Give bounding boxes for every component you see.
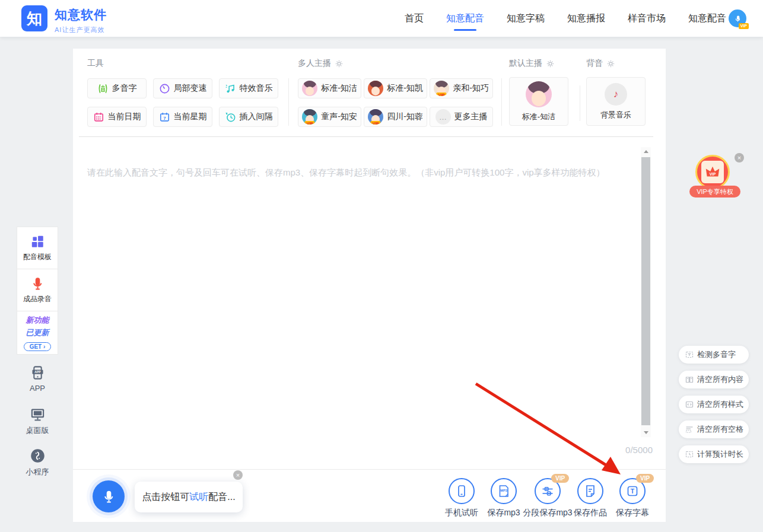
phone-icon [454, 484, 469, 498]
save-subtitle-button[interactable]: VIP T 保存字幕 [603, 478, 662, 518]
dubbing-template-button[interactable]: 配音模板 [17, 227, 58, 269]
new-feature-card[interactable]: 新功能 已更新 GET › [17, 311, 58, 354]
script-input[interactable]: 请在此输入配音文字，句号及回车可在试听、保存mp3、保存字幕时起到断句效果。（非… [87, 157, 630, 188]
tool-current-date-button[interactable]: 当前日期 [87, 107, 147, 127]
nav-voice-market[interactable]: 样音市场 [628, 12, 666, 25]
svg-text:T: T [631, 488, 635, 495]
recording-mic-icon [30, 276, 45, 291]
calendar-date-icon [93, 112, 104, 123]
triangle-down-icon [644, 431, 648, 434]
default-anchor-settings-gear-icon[interactable] [546, 60, 554, 68]
default-anchor-card[interactable]: 标准-知洁 [509, 77, 568, 126]
anchor-avatar: VIP [302, 109, 317, 125]
get-button[interactable]: GET › [24, 342, 52, 351]
nav-home[interactable]: 首页 [405, 12, 424, 25]
app-download-link[interactable]: APP APP [17, 365, 58, 393]
listen-tooltip: 点击按钮可试听配音... [135, 482, 243, 512]
crown-icon: VIP [704, 163, 721, 181]
svg-text:7: 7 [163, 115, 166, 120]
bg-music-section-title: 背音 [586, 58, 615, 69]
divider [79, 136, 653, 137]
calc-duration-icon [685, 450, 694, 458]
anchor-avatar [368, 81, 383, 96]
nav-broadcast[interactable]: 知意播报 [567, 12, 605, 25]
triangle-up-icon [644, 150, 648, 153]
default-anchor-avatar [526, 81, 552, 107]
anchor-avatar [302, 81, 317, 96]
new-feature-line2: 已更新 [26, 327, 49, 338]
app-title: 知意软件 [55, 7, 107, 23]
main-nav: 首页 知意配音 知意字稿 知意播报 样音市场 知意配音 VIP [405, 0, 746, 37]
vip-promo[interactable]: × VIP VIP专享特权 [688, 153, 742, 200]
divider [73, 469, 666, 470]
desktop-version-link[interactable]: 桌面版 [17, 406, 58, 436]
default-anchor-section-title: 默认主播 [509, 58, 554, 69]
nav-dubbing-vip-label: 知意配音 [688, 12, 726, 25]
clear-all-content-button[interactable]: 清空所有内容 [679, 371, 749, 388]
editor-scrollbar[interactable] [641, 147, 651, 437]
svg-text:VIP: VIP [710, 172, 716, 176]
listen-mic-button[interactable] [93, 480, 125, 512]
document-icon [583, 484, 597, 498]
clear-all-styles-button[interactable]: 清空所有样式 [679, 396, 749, 413]
vip-badge: VIP [739, 23, 749, 29]
mini-program-icon [30, 448, 46, 464]
app-logo[interactable]: 知 [21, 5, 47, 31]
template-grid-icon [30, 234, 45, 249]
char-counter: 0/5000 [625, 445, 653, 455]
app-subtitle: AI让生产更高效 [55, 26, 107, 34]
subtitle-t-icon: T [625, 484, 640, 498]
vip-badge: VIP [371, 121, 381, 125]
detect-polyphone-button[interactable]: 检测多音字 [679, 346, 749, 364]
listen-link[interactable]: 试听 [189, 491, 208, 504]
clear-content-icon [685, 375, 694, 384]
clear-all-spaces-button[interactable]: 清空所有空格 [679, 420, 749, 438]
anchor-zhijie-button[interactable]: 标准-知洁 [298, 78, 361, 98]
finished-recording-button[interactable]: 成品录音 [17, 269, 58, 311]
tooltip-close-icon[interactable]: × [233, 470, 243, 480]
segments-icon [541, 484, 555, 498]
vip-badge: VIP [636, 474, 654, 483]
app-phone-icon: APP [30, 365, 46, 381]
promo-close-icon[interactable]: × [735, 153, 744, 163]
anchor-zhian-button[interactable]: VIP 童声-知安 [298, 107, 361, 127]
mp3-file-icon: MP3 [497, 484, 511, 498]
anchor-avatar: VIP [434, 81, 449, 96]
scroll-up-button[interactable] [641, 147, 651, 156]
logo-glyph: 知 [27, 8, 42, 29]
anchor-avatar: VIP [368, 109, 383, 125]
nav-script[interactable]: 知意字稿 [507, 12, 545, 25]
tool-effect-music-button[interactable]: 特效音乐 [219, 78, 278, 98]
vip-badge: VIP [305, 121, 315, 125]
nav-dubbing[interactable]: 知意配音 [446, 12, 484, 25]
effect-music-icon [225, 83, 236, 94]
scrollbar-thumb[interactable] [641, 157, 650, 425]
tool-speed-button[interactable]: 局部变速 [153, 78, 212, 98]
vip-mic-icon: VIP [729, 9, 746, 27]
divider [288, 78, 289, 126]
scroll-down-button[interactable] [641, 428, 651, 437]
nav-dubbing-vip[interactable]: 知意配音 VIP [688, 9, 746, 27]
clear-style-icon [685, 400, 694, 409]
calc-duration-button[interactable]: 计算预计时长 [679, 445, 749, 463]
anchors-settings-gear-icon[interactable] [335, 60, 343, 68]
clear-space-icon [685, 425, 694, 434]
calendar-week-icon: 7 [159, 112, 170, 123]
anchor-zhikai-button[interactable]: 标准-知凯 [364, 78, 427, 98]
vip-crown-medal: VIP [695, 155, 730, 189]
anchor-zhiqiao-button[interactable]: VIP 亲和-知巧 [430, 78, 493, 98]
new-feature-line1: 新功能 [26, 315, 49, 326]
bg-music-settings-gear-icon[interactable] [607, 60, 615, 68]
more-anchors-button[interactable]: … 更多主播 [430, 107, 493, 127]
tool-insert-interval-button[interactable]: 插入间隔 [219, 107, 278, 127]
mini-program-link[interactable]: 小程序 [17, 448, 58, 477]
divider [580, 85, 580, 121]
tool-current-week-button[interactable]: 7 当前星期 [153, 107, 212, 127]
brand-block: 知意软件 AI让生产更高效 [55, 7, 107, 34]
bg-music-card[interactable]: ♪ 背景音乐 [586, 77, 646, 126]
svg-text:MP3: MP3 [500, 489, 507, 492]
tool-polyphone-button[interactable]: 多音字 [87, 78, 147, 98]
microphone-icon [101, 489, 116, 504]
detect-polyphone-icon [685, 351, 694, 359]
anchor-zhirong-button[interactable]: VIP 四川-知蓉 [364, 107, 427, 127]
